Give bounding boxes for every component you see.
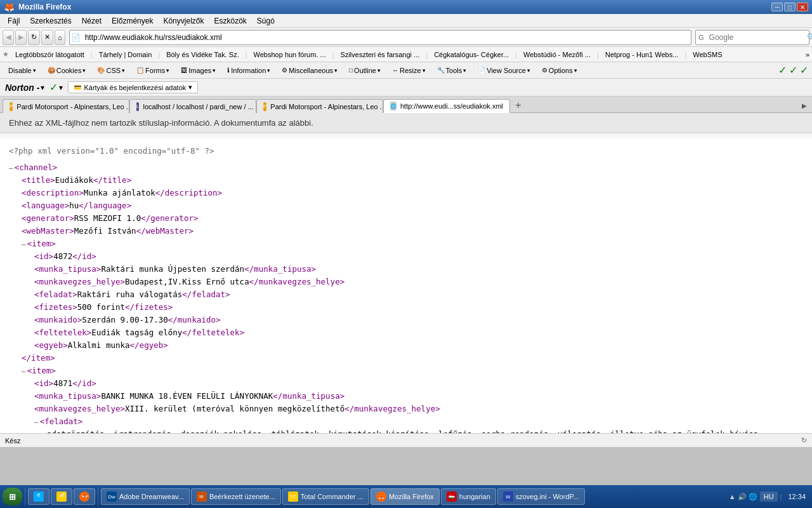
ext-images[interactable]: 🖼 Images▾ [176,65,220,76]
info-icon: ℹ [227,67,230,74]
firefox-icon: 🦊 [4,2,15,12]
ext-css[interactable]: 🎨 CSS▾ [93,65,129,76]
forward-button[interactable]: ▶ [15,30,27,45]
xml-channel-open: – <channel> [9,161,803,174]
back-button[interactable]: ◀ [3,30,14,45]
taskbar-wordpress[interactable]: W szoveg.ini - WordP... [497,488,585,505]
bookmark-boly[interactable]: Bóly és Vidéke Tak. Sz. [162,50,243,60]
bookmark-cegkatalogus[interactable]: Cégkatalógus- Cégker... [430,50,513,60]
ext-outline[interactable]: □ Outline▾ [344,65,385,76]
bookmark-webshop[interactable]: Webshop hun fórum. ... [250,50,330,60]
tab-1[interactable]: L localhost / localhost / pardi_new / ..… [129,99,256,113]
options-icon: ⚙ [542,67,547,74]
collapse-item1[interactable]: – [22,239,26,250]
files-icon: 📁 [56,491,67,502]
bookmark-szilveszteri[interactable]: Szilveszteri és farsangi ... [337,50,424,60]
menu-help[interactable]: Súgó [252,15,280,27]
bm-sep-1: | [91,51,93,58]
css-icon: 🎨 [97,67,105,74]
maximize-button[interactable]: □ [784,3,796,11]
bookmarks-bar: ★ Legtöbbször látogatott | Tárhely | Dom… [0,47,812,62]
bookmark-netprog[interactable]: Netprog - Hun1 Webs... [601,50,682,60]
home-icon: ⌂ [58,34,62,41]
menu-edit[interactable]: Szerkesztés [25,15,76,27]
stop-button[interactable]: ✕ [41,30,53,45]
source-icon: 📄 [478,67,485,74]
xml-munkaido1: <munkaido>Szerdán 9.00-17.30</munkaido> [9,314,803,326]
ext-options[interactable]: ⚙ Options▾ [537,65,582,76]
info-text: Ehhez az XML-fájlhoz nem tartozik stílus… [9,118,313,128]
ext-options-label: Options [549,67,573,74]
firefox-taskbar-icon: 🦊 [376,491,386,502]
xml-feltetelek1: <feltetelek>Eudiák tagság előny</feltete… [9,326,803,339]
ext-tools[interactable]: 🔧 Tools▾ [433,65,471,76]
bookmark-websms[interactable]: WebSMS [689,50,726,60]
bookmark-most-visited[interactable]: Legtöbbször látogatott [11,50,88,60]
address-input[interactable] [82,33,691,42]
bookmark-label: WebSMS [693,51,722,58]
ext-misc[interactable]: ⚙ Miscellaneous▾ [277,65,342,76]
ext-information[interactable]: ℹ Information▾ [223,65,275,76]
taskbar-dreamweaver[interactable]: Dw Adobe Dreamweav... [101,488,190,505]
address-bar[interactable]: 📄 [69,30,691,45]
ext-forms[interactable]: 📋 Forms▾ [132,65,174,76]
norton-check-button[interactable]: ✓ ▾ [49,81,63,93]
ext-disable[interactable]: Disable▾ [4,65,41,76]
tabs-scroll[interactable]: ▶ [799,98,809,112]
xml-webmaster-line: <webMaster>Mezőfi István</webMaster> [9,225,803,237]
tab-3[interactable]: 🌐 http://www.eudi...ss/eudiakok.xml ✕ [383,99,510,113]
menu-bookmarks[interactable]: Könyvjelzők [158,15,209,27]
card-button[interactable]: 💳 Kártyák és bejelentkezési adatok ▾ [68,81,198,93]
collapse-feladat2[interactable]: – [34,417,39,428]
taskbar-firefox-label: Mozilla Firefox [389,493,434,500]
bookmarks-more[interactable]: » [806,51,809,58]
xml-tag-open: < [22,174,27,187]
ext-resize[interactable]: ↔ Resize▾ [388,65,430,76]
chevron-down-icon: ▾ [122,67,125,74]
tray-language[interactable]: HU [760,491,778,502]
new-tab-button[interactable]: + [511,98,525,112]
minimize-button[interactable]: ─ [771,3,783,11]
start-button[interactable]: ⊞ [3,488,22,505]
bookmark-tarhely[interactable]: Tárhely | Domain [95,50,156,60]
search-container[interactable]: G 🔍 [695,30,809,45]
menu-history[interactable]: Előzmények [107,15,158,27]
search-button[interactable]: 🔍 [807,30,812,44]
ext-tools-label: Tools [446,67,462,74]
collapse-channel[interactable]: – [9,163,13,174]
bm-sep-4: | [332,51,334,58]
menu-tools[interactable]: Eszközök [209,15,251,27]
search-input[interactable] [707,33,807,42]
bookmark-webstudio[interactable]: Webstúdió - Mezőfi ... [520,50,594,60]
taskbar-item-ie[interactable]: e [28,488,49,505]
bookmark-label: Webstúdió - Mezőfi ... [523,51,591,58]
xml-content[interactable]: <?php xml version="1.0" encoding="utf-8"… [0,138,812,447]
reload-icon: ↻ [31,33,37,41]
ext-misc-label: Miscellaneous [289,67,333,74]
taskbar-totalcmd[interactable]: TC Total Commander ... [282,488,369,505]
status-text: Kész [5,437,20,444]
menu-view[interactable]: Nézet [77,15,107,27]
taskbar-mail[interactable]: ✉ Beérkezett üzenete... [191,488,281,505]
ext-cookies[interactable]: 🍪 Cookies▾ [43,65,91,76]
xml-description-line: <description>Munka ajánlatok</descriptio… [9,187,803,199]
bookmark-label: Legtöbbször látogatott [15,51,84,58]
tab-close-3[interactable]: ✕ [507,102,510,110]
xml-title-line: <title>Eudiákok</title> [9,174,803,187]
home-button[interactable]: ⌂ [55,30,65,45]
taskbar-hungarian[interactable]: 🇭🇺 hungarian [441,488,496,505]
taskbar-item-firefox-small[interactable]: 🦊 [74,488,95,505]
tab-2[interactable]: P Pardi Motorsport - Alpinestars, Leo ..… [256,99,383,113]
reload-button[interactable]: ↻ [28,30,40,45]
start-icon: ⊞ [9,492,16,502]
taskbar-item-files[interactable]: 📁 [51,488,72,505]
back-icon: ◀ [6,33,11,41]
menu-file[interactable]: Fájl [3,15,25,27]
taskbar-firefox[interactable]: 🦊 Mozilla Firefox [370,488,440,505]
tab-0[interactable]: P Pardi Motorsport - Alpinestars, Leo ..… [3,99,129,113]
ext-viewsource[interactable]: 📄 View Source▾ [473,65,535,76]
close-button[interactable]: ✕ [797,3,808,11]
norton-menu[interactable]: Norton - ▾ [5,83,44,93]
chevron-down-icon: ▾ [33,67,36,74]
collapse-item2[interactable]: – [22,366,26,377]
